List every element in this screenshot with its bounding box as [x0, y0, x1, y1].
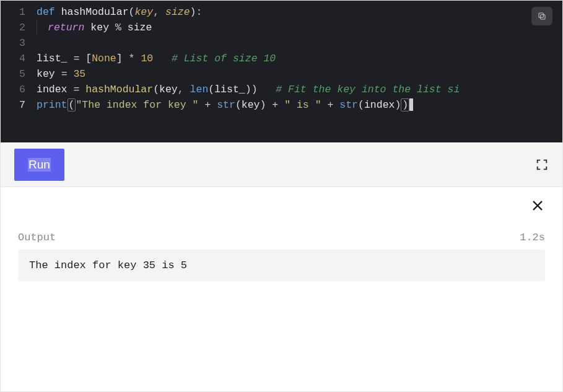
line-number: 3	[1, 35, 37, 51]
code-content: key = 35	[37, 66, 85, 82]
code-content: print("The index for key " + str(key) + …	[37, 97, 413, 113]
output-header: Output 1.2s	[18, 232, 545, 243]
line-number: 1	[1, 4, 37, 20]
output-label: Output	[18, 232, 56, 243]
code-line[interactable]: 5 key = 35	[1, 66, 562, 82]
code-line[interactable]: 2 return key % size	[1, 20, 562, 35]
output-panel: Output 1.2s The index for key 35 is 5	[1, 187, 562, 391]
copy-button[interactable]	[531, 7, 552, 25]
line-number: 6	[1, 82, 37, 97]
copy-icon	[537, 11, 547, 21]
code-line[interactable]: 1 def hashModular(key, size):	[1, 4, 562, 20]
code-line[interactable]: 4 list_ = [None] * 10 # List of size 10	[1, 51, 562, 66]
code-line[interactable]: 3	[1, 35, 562, 51]
code-content: def hashModular(key, size):	[37, 4, 202, 20]
code-editor[interactable]: 1 def hashModular(key, size): 2 return k…	[1, 1, 562, 142]
run-button-label: Run	[28, 158, 51, 172]
app-root: 1 def hashModular(key, size): 2 return k…	[0, 0, 563, 392]
output-text: The index for key 35 is 5	[18, 250, 545, 281]
line-number: 2	[1, 20, 37, 35]
text-cursor	[409, 98, 413, 111]
code-content: return key % size	[37, 20, 152, 35]
svg-rect-0	[541, 15, 545, 19]
code-content	[37, 35, 43, 51]
output-time: 1.2s	[520, 232, 545, 243]
line-number: 7	[1, 97, 37, 113]
code-line[interactable]: 7 print("The index for key " + str(key) …	[1, 97, 562, 113]
run-button[interactable]: Run	[14, 149, 64, 181]
fullscreen-button[interactable]	[535, 158, 549, 172]
toolbar: Run	[1, 142, 562, 187]
line-number: 4	[1, 51, 37, 66]
line-number: 5	[1, 66, 37, 82]
svg-rect-1	[539, 13, 543, 17]
close-icon	[530, 198, 545, 213]
close-button[interactable]	[529, 197, 546, 214]
code-content: index = hashModular(key, len(list_)) # F…	[37, 82, 460, 97]
code-content: list_ = [None] * 10 # List of size 10	[37, 51, 276, 66]
fullscreen-icon	[535, 158, 549, 172]
code-line[interactable]: 6 index = hashModular(key, len(list_)) #…	[1, 82, 562, 97]
